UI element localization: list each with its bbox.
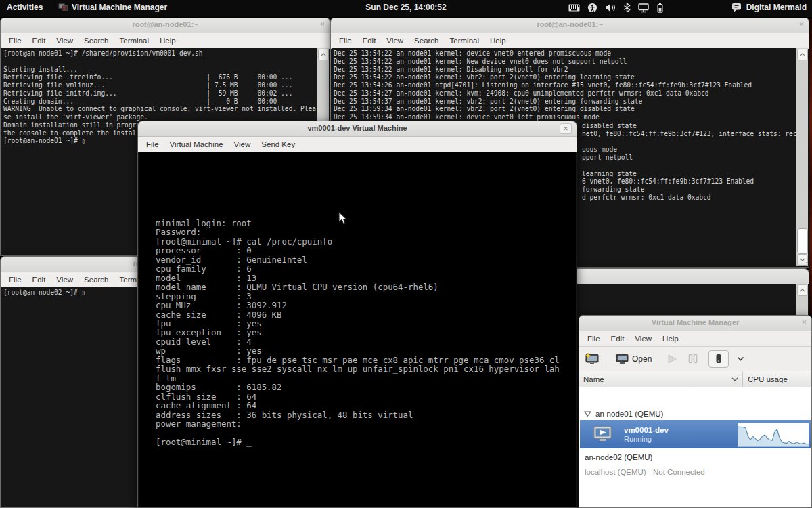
clock[interactable]: Sun Dec 25, 14:00:52 bbox=[365, 3, 446, 12]
vm-list: an-node01 (QEMU) vm0001-dev Running an-n bbox=[580, 407, 811, 507]
bluetooth-icon[interactable] bbox=[623, 3, 631, 13]
menu-view[interactable]: View bbox=[229, 140, 256, 148]
focused-app-indicator[interactable]: Virtual Machine Manager bbox=[58, 2, 167, 12]
vmm-app-icon bbox=[58, 2, 68, 12]
vmm-toolbar: Open bbox=[579, 347, 811, 371]
titlebar[interactable]: Virtual Machine Manager × bbox=[579, 316, 811, 331]
open-button[interactable]: Open bbox=[612, 352, 656, 366]
menu-file[interactable]: File bbox=[582, 335, 606, 343]
window-title: vm0001-dev Virtual Machine bbox=[138, 124, 577, 132]
menu-help[interactable]: Help bbox=[484, 37, 512, 45]
scroll-up-icon[interactable] bbox=[797, 284, 808, 296]
menu-help[interactable]: Help bbox=[154, 37, 181, 45]
vm-console-screen[interactable]: minimal login: root Password: [root@mini… bbox=[139, 152, 576, 507]
titlebar[interactable]: vm0001-dev Virtual Machine × bbox=[138, 121, 577, 137]
expander-icon[interactable] bbox=[584, 411, 591, 417]
titlebar[interactable]: root@an-node01:~ × bbox=[331, 18, 809, 33]
chat-icon bbox=[731, 3, 742, 12]
vm-console-window: vm0001-dev Virtual Machine × File Virtua… bbox=[137, 121, 577, 508]
menu-view[interactable]: View bbox=[629, 335, 657, 343]
menu-virtual-machine[interactable]: Virtual Machine bbox=[164, 140, 229, 148]
menu-file[interactable]: File bbox=[3, 37, 27, 45]
new-vm-button[interactable] bbox=[584, 352, 600, 366]
terminal-menubar: File Edit View Search Terminal Help bbox=[331, 33, 809, 49]
host-row-an-node01[interactable]: an-node01 (QEMU) bbox=[580, 407, 811, 420]
run-vm-button[interactable] bbox=[667, 354, 677, 364]
column-header-cpu[interactable]: CPU usage bbox=[743, 371, 811, 387]
keyboard-icon[interactable] bbox=[568, 3, 580, 13]
play-icon bbox=[667, 354, 677, 364]
new-vm-icon bbox=[584, 352, 600, 366]
menu-file[interactable]: File bbox=[3, 276, 27, 284]
menu-terminal[interactable]: Terminal bbox=[114, 37, 154, 45]
close-icon[interactable]: × bbox=[802, 318, 807, 327]
shutdown-vm-button[interactable] bbox=[708, 350, 729, 368]
focused-app-title: Virtual Machine Manager bbox=[72, 3, 167, 12]
shutdown-menu-button[interactable] bbox=[737, 356, 744, 361]
vm-icon bbox=[593, 426, 612, 442]
user-menu[interactable]: Digital Mermaid bbox=[731, 3, 807, 12]
sort-chevron-icon bbox=[731, 377, 738, 381]
column-header-name[interactable]: Name bbox=[579, 371, 743, 387]
vm-list-header: Name CPU usage bbox=[579, 371, 811, 387]
menu-file[interactable]: File bbox=[334, 37, 357, 45]
close-icon[interactable]: × bbox=[560, 123, 572, 134]
vm-state-badge: Running bbox=[624, 435, 669, 443]
window-title: Virtual Machine Manager bbox=[579, 318, 811, 326]
host-label: localhost (QEMU) - Not Connected bbox=[585, 468, 705, 476]
scroll-up-icon[interactable] bbox=[318, 49, 329, 60]
vm-menubar: File Virtual Machine View Send Key bbox=[138, 137, 577, 152]
toolbar-separator bbox=[606, 351, 606, 367]
menu-help[interactable]: Help bbox=[657, 335, 684, 343]
user-name: Digital Mermaid bbox=[746, 3, 807, 12]
virtual-machine-manager-window: Virtual Machine Manager × File Edit View… bbox=[579, 315, 812, 508]
vm-console-text: minimal login: root Password: [root@mini… bbox=[139, 152, 576, 446]
host-label: an-node02 (QEMU) bbox=[585, 453, 652, 461]
host-row-localhost[interactable]: localhost (QEMU) - Not Connected bbox=[580, 465, 811, 480]
menu-search[interactable]: Search bbox=[78, 37, 114, 45]
terminal-menubar: File Edit View Search Terminal Help bbox=[1, 33, 330, 49]
menu-view[interactable]: View bbox=[381, 37, 409, 45]
status-icon-tray bbox=[568, 3, 664, 13]
resize-grip[interactable] bbox=[802, 261, 808, 268]
scroll-up-icon[interactable] bbox=[797, 49, 808, 60]
pause-icon bbox=[688, 354, 698, 364]
battery-icon[interactable] bbox=[656, 3, 664, 13]
vmm-menubar: File Edit View Help bbox=[579, 331, 811, 347]
terminal-text: Dec 25 13:54:22 an-node01 kernel: device… bbox=[332, 48, 808, 123]
display-icon[interactable] bbox=[638, 3, 649, 13]
menu-search[interactable]: Search bbox=[78, 276, 114, 284]
menu-view[interactable]: View bbox=[51, 37, 78, 45]
pause-vm-button[interactable] bbox=[688, 354, 698, 364]
open-vm-icon bbox=[616, 354, 629, 364]
name-column-label: Name bbox=[583, 375, 604, 383]
menu-view[interactable]: View bbox=[51, 276, 78, 284]
menu-edit[interactable]: Edit bbox=[27, 37, 51, 45]
menu-search[interactable]: Search bbox=[409, 37, 444, 45]
mouse-cursor bbox=[338, 211, 348, 228]
vm-name: vm0001-dev bbox=[624, 426, 669, 434]
menu-send-key[interactable]: Send Key bbox=[256, 140, 300, 148]
cpu-usage-sparkline bbox=[738, 423, 809, 447]
desktop-wallpaper-edge bbox=[809, 17, 812, 315]
titlebar[interactable]: root@an-node01:~ × bbox=[1, 18, 330, 33]
shutdown-icon bbox=[715, 354, 723, 364]
menu-edit[interactable]: Edit bbox=[357, 37, 382, 45]
menu-edit[interactable]: Edit bbox=[606, 335, 630, 343]
host-label: an-node01 (QEMU) bbox=[595, 410, 663, 418]
open-button-label: Open bbox=[632, 354, 652, 364]
terminal-text-overflow: disabled state net0, fe80::fc54:ff:fe9b:… bbox=[580, 121, 803, 203]
volume-icon[interactable] bbox=[605, 3, 616, 13]
close-icon[interactable]: × bbox=[320, 20, 325, 29]
accessibility-icon[interactable] bbox=[587, 3, 597, 13]
close-icon[interactable]: × bbox=[799, 20, 804, 29]
menu-terminal[interactable]: Terminal bbox=[445, 37, 484, 45]
window-title: root@an-node01:~ bbox=[1, 20, 330, 28]
menu-file[interactable]: File bbox=[141, 140, 164, 148]
scrollbar[interactable] bbox=[796, 48, 808, 266]
activities-button[interactable]: Activities bbox=[7, 3, 43, 12]
menu-edit[interactable]: Edit bbox=[27, 276, 51, 284]
scrollbar-thumb[interactable] bbox=[797, 228, 808, 254]
vm-row-vm0001-dev[interactable]: vm0001-dev Running bbox=[580, 420, 811, 448]
host-row-an-node02[interactable]: an-node02 (QEMU) bbox=[580, 450, 811, 465]
